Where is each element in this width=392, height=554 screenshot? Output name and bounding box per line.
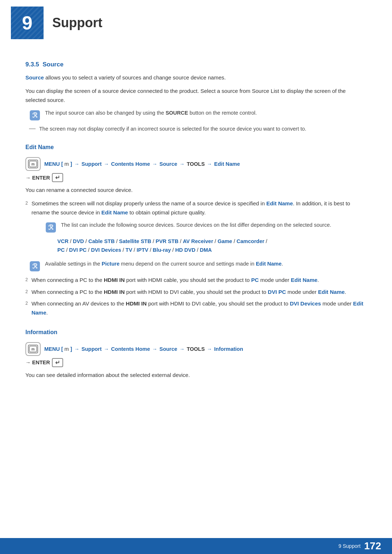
dash-note-1: The screen may not display correctly if … xyxy=(29,125,367,133)
menu-support-2: Support xyxy=(82,346,102,352)
menu-label-menu: MENU [ xyxy=(44,161,63,167)
device-satellite-stb: Satellite STB xyxy=(119,238,151,244)
arrow-3: → xyxy=(152,161,157,167)
menu-icon-inner-2: m xyxy=(28,345,38,353)
menu-support: Support xyxy=(82,161,102,167)
list-text-3: When connecting a PC to the HDMI IN port… xyxy=(32,288,346,297)
arrow-info-3: → xyxy=(152,346,157,352)
device-game: Game xyxy=(217,238,232,244)
note-text-2: The list can include the following sourc… xyxy=(61,221,331,229)
note-icon-3: ℛ xyxy=(29,260,41,272)
device-pc: PC xyxy=(57,247,65,253)
chapter-number-box: 9 xyxy=(11,7,44,39)
device-vcr: VCR xyxy=(57,238,69,244)
device-list: VCR / DVD / Cable STB / Satellite STB / … xyxy=(57,237,367,255)
footer-section-label: 9 Support xyxy=(339,543,361,549)
indented-note-1: ℛ The list can include the following sou… xyxy=(41,221,367,255)
list-item-3: 2 When connecting a PC to the HDMI IN po… xyxy=(25,288,367,297)
chapter-number: 9 xyxy=(22,12,33,34)
menu-source: Source xyxy=(159,161,177,167)
enter-label: → ENTER xyxy=(25,175,50,181)
menu-information: Information xyxy=(214,346,243,352)
enter-box-2: ↵ xyxy=(52,358,63,367)
information-heading: Information xyxy=(25,329,367,336)
note-block-1: ℛ The input source can also be changed b… xyxy=(25,109,367,121)
note-icon-2: ℛ xyxy=(45,222,57,233)
menu-bracket-2: m xyxy=(65,346,69,352)
device-tv: TV xyxy=(126,247,132,253)
dash-note-text: The screen may not display correctly if … xyxy=(39,125,306,133)
device-iptv: IPTV xyxy=(136,247,148,253)
menu-bracket: m xyxy=(65,161,69,167)
list-item-2: 2 When connecting a PC to the HDMI IN po… xyxy=(25,276,367,285)
menu-path-row-1: m MENU [ m ] → Support → Contents Home →… xyxy=(25,157,367,171)
menu-label-menu-2: MENU [ xyxy=(44,346,63,352)
svg-text:ℛ: ℛ xyxy=(32,263,38,270)
menu-source-2: Source xyxy=(159,346,177,352)
information-desc: You can see detailed information about t… xyxy=(25,371,367,380)
menu-bracket-close: ] xyxy=(70,161,72,167)
device-hd-dvd: HD DVD xyxy=(175,247,196,253)
device-cable-stb: Cable STB xyxy=(88,238,115,244)
list-bullet-1: 2 xyxy=(25,201,28,206)
list-bullet-4: 2 xyxy=(25,301,28,306)
enter-row-2: → ENTER ↵ xyxy=(25,358,367,367)
list-text-2: When connecting a PC to the HDMI IN port… xyxy=(32,276,319,285)
menu-icon: m xyxy=(25,157,41,171)
information-menu-path: m MENU [ m ] → Support → Contents Home →… xyxy=(25,342,367,367)
menu-contents-home-2: Contents Home xyxy=(111,346,150,352)
list-item-1: 2 Sometimes the screen will not display … xyxy=(25,199,367,217)
arrow-2: → xyxy=(104,161,109,167)
page-footer: 9 Support 172 xyxy=(0,538,392,554)
enter-box: ↵ xyxy=(52,173,63,182)
note-block-2: ℛ The list can include the following sou… xyxy=(41,221,367,233)
menu-icon-2: m xyxy=(25,342,41,356)
device-av-receiver: AV Receiver xyxy=(183,238,213,244)
note-text-3: Available settings in the Picture menu d… xyxy=(45,260,283,268)
list-bullet-2: 2 xyxy=(25,277,28,282)
enter-row-1: → ENTER ↵ xyxy=(25,173,367,182)
device-dma: DMA xyxy=(200,247,212,253)
list-text-1: Sometimes the screen will not display pr… xyxy=(32,199,367,217)
intro-text-2: You can display the screen of a source d… xyxy=(25,87,367,105)
menu-tools-2: TOOLS xyxy=(187,346,205,352)
source-highlight: Source xyxy=(25,74,44,81)
note-text-1: The input source can also be changed by … xyxy=(45,109,257,117)
arrow-4: → xyxy=(179,161,184,167)
menu-bracket-close-2: ] xyxy=(70,346,72,352)
menu-icon-inner: m xyxy=(28,160,38,168)
device-camcorder: Camcorder xyxy=(237,238,265,244)
list-item-4: 2 When connecting an AV devices to the H… xyxy=(25,299,367,317)
list-bullet-3: 2 xyxy=(25,289,28,294)
menu-tools: TOOLS xyxy=(187,161,205,167)
arrow-1: → xyxy=(74,161,79,167)
chapter-title: Support xyxy=(52,15,102,30)
list-text-4: When connecting an AV devices to the HDM… xyxy=(32,299,367,317)
main-content: 9.3.5 Source Source allows you to select… xyxy=(0,43,392,413)
svg-text:m: m xyxy=(32,347,35,351)
edit-name-desc: You can rename a connected source device… xyxy=(25,186,367,195)
edit-name-heading: Edit Name xyxy=(25,144,367,151)
svg-text:ℛ: ℛ xyxy=(48,224,54,231)
section-heading: 9.3.5 Source xyxy=(25,61,367,68)
svg-text:m: m xyxy=(32,162,35,166)
device-dvi-devices: DVI Devices xyxy=(91,247,121,253)
edit-name-menu-path: m MENU [ m ] → Support → Contents Home →… xyxy=(25,157,367,182)
device-dvi-pc: DVI PC xyxy=(69,247,86,253)
note-icon-1: ℛ xyxy=(29,110,41,121)
page-header: 9 Support xyxy=(11,0,392,43)
footer-page-number: 172 xyxy=(364,540,381,552)
device-bluray: Blu-ray xyxy=(153,247,171,253)
menu-path-row-2: m MENU [ m ] → Support → Contents Home →… xyxy=(25,342,367,356)
menu-edit-name: Edit Name xyxy=(214,161,240,167)
device-pvr-stb: PVR STB xyxy=(156,238,179,244)
intro-text-1: Source allows you to select a variety of… xyxy=(25,73,367,82)
menu-contents-home: Contents Home xyxy=(111,161,150,167)
arrow-info-2: → xyxy=(104,346,109,352)
device-dvd: DVD xyxy=(73,238,84,244)
arrow-info-5: → xyxy=(207,346,212,352)
svg-text:ℛ: ℛ xyxy=(32,112,38,119)
arrow-info-4: → xyxy=(179,346,184,352)
dash-line xyxy=(29,128,36,129)
enter-label-2: → ENTER xyxy=(25,360,50,365)
